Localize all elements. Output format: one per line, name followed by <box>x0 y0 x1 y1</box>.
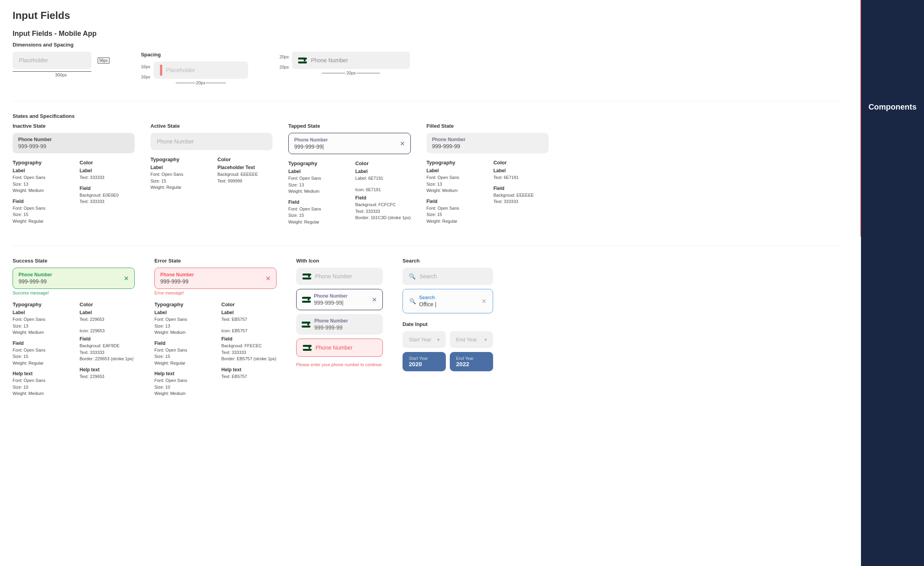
dim-block-spacing: Spacing 16px 16px Placeholder 20px <box>141 52 248 85</box>
icon-plain-field: Phone Number <box>296 268 383 285</box>
search-icon: 🔍 <box>409 273 416 279</box>
dim-block-basic: Placeholder 56px 300px <box>13 52 109 77</box>
dim-width-label: 300px <box>13 73 109 77</box>
dim-height-measure: 56px <box>98 58 109 63</box>
search-active-field: 🔍 Search Office | ✕ <box>403 289 493 313</box>
error-clear-btn[interactable]: ✕ <box>265 275 271 282</box>
states-section: States and Specifications Inactive State… <box>13 113 841 230</box>
date-start-plain[interactable]: Start Year ▾ <box>403 331 446 348</box>
tapped-field: Phone Number 999-999-99| ✕ <box>288 133 411 154</box>
dim-input-placeholder: Placeholder <box>13 52 91 69</box>
search-clear-btn[interactable]: ✕ <box>481 298 486 305</box>
date-end-plain[interactable]: End Year ▾ <box>450 331 493 348</box>
inactive-state-col: Inactive State Phone Number 999-999-99 T… <box>13 123 135 230</box>
date-start-filled: Start Year 2020 <box>403 352 446 371</box>
icon-tapped-field: Phone Number 999-999-99| ✕ <box>296 289 383 310</box>
tapped-state-col: Tapped State Phone Number 999-999-99| ✕ … <box>288 123 411 230</box>
filled-field: Phone Number 999-999-99 <box>427 133 549 153</box>
success-state-col: Success State Phone Number 999-999-99 ✕ … <box>13 258 135 402</box>
date-end-filled: End Year 2022 <box>450 352 493 371</box>
bottom-states: Success State Phone Number 999-999-99 ✕ … <box>13 258 841 402</box>
success-clear-btn[interactable]: ✕ <box>124 275 129 282</box>
dimensions-title: Dimensions and Spacing <box>13 42 841 48</box>
search-plain-field: 🔍 Search <box>403 268 493 285</box>
dim-block-phone: 20px 20px Phone Number <box>280 52 410 75</box>
icon-tapped-clear-btn[interactable]: ✕ <box>372 296 377 303</box>
search-date-col: Search 🔍 Search 🔍 Search Office | <box>403 258 493 402</box>
with-icon-col: With Icon Phone Number <box>296 258 383 402</box>
tapped-clear-btn[interactable]: ✕ <box>400 140 405 147</box>
icon-error-field: Phone Number <box>296 339 383 357</box>
states-title: States and Specifications <box>13 113 841 119</box>
success-field: Phone Number 999-999-99 ✕ <box>13 268 135 289</box>
error-field: Phone Number 999-999-99 ✕ <box>154 268 276 289</box>
components-sidebar: Components <box>861 0 924 411</box>
active-field: Phone Number <box>150 133 273 150</box>
page-title: Input Fields <box>13 9 841 22</box>
search-active-icon: 🔍 <box>409 298 416 304</box>
active-state-col: Active State Phone Number Typography Lab… <box>150 123 273 230</box>
inactive-field: Phone Number 999-999-99 <box>13 133 135 153</box>
error-state-col: Error State Phone Number 999-999-99 ✕ Er… <box>154 258 276 402</box>
spacing-input-demo: Placeholder <box>154 61 248 79</box>
dim-phone-demo: Phone Number <box>292 52 410 69</box>
icon-filled-field: Phone Number 999-999-99 <box>296 314 383 335</box>
page-subtitle: Input Fields - Mobile App <box>13 30 841 38</box>
filled-state-col: Filled State Phone Number 999-999-99 Typ… <box>427 123 549 230</box>
